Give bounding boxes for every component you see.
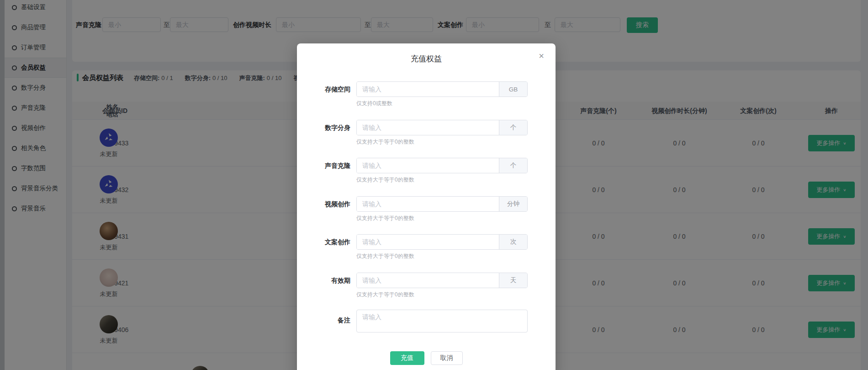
copywriting-input[interactable] [357,235,499,249]
field-label: 数字分身 [297,120,350,135]
video-creation-input[interactable] [357,197,499,211]
form-row-validity: 有效期 天 仅支持大于等于0的整数 [297,273,556,288]
field-label: 有效期 [297,273,350,288]
form-row-video-creation: 视频创作 分钟 仅支持大于等于0的整数 [297,196,556,212]
field-label: 备注 [297,312,350,328]
field-label: 文案创作 [297,234,350,250]
unit-suffix: 个 [499,120,527,135]
field-hint: 仅支持大于等于0的整数 [356,176,414,184]
field-hint: 仅支持大于等于0的整数 [356,291,414,299]
unit-suffix: 个 [499,158,527,173]
modal-title: 充值权益 [297,54,556,64]
unit-suffix: 次 [499,235,527,249]
field-hint: 仅支持大于等于0的整数 [356,252,414,260]
digital-avatar-input[interactable] [357,120,499,135]
unit-suffix: 天 [499,273,527,288]
remark-textarea[interactable] [356,310,528,332]
voice-clone-input[interactable] [357,158,499,173]
form-row-storage: 存储空间 GB 仅支持0或整数 [297,81,556,97]
field-hint: 仅支持大于等于0的整数 [356,138,414,146]
form-row-remark: 备注 [297,310,556,332]
close-icon[interactable]: × [536,51,546,61]
storage-input[interactable] [357,82,499,97]
unit-suffix: 分钟 [499,197,527,211]
page: 基础设置 商品管理 订单管理 会员权益 数字分身 声音克隆 视频创作 相关角色 … [0,0,868,370]
recharge-benefits-modal: 充值权益 × 存储空间 GB 仅支持0或整数 数字分身 个 仅支持大于等于0的整… [297,43,556,370]
form-row-digital-avatar: 数字分身 个 仅支持大于等于0的整数 [297,120,556,135]
field-hint: 仅支持大于等于0的整数 [356,214,414,222]
field-label: 声音克隆 [297,158,350,173]
recharge-confirm-button[interactable]: 充值 [390,351,424,365]
unit-suffix: GB [499,82,527,97]
validity-input[interactable] [357,273,499,288]
form-row-voice-clone: 声音克隆 个 仅支持大于等于0的整数 [297,158,556,173]
field-label: 存储空间 [297,81,350,97]
modal-footer: 充值 取消 [297,351,556,365]
field-label: 视频创作 [297,196,350,212]
form-row-copywriting: 文案创作 次 仅支持大于等于0的整数 [297,234,556,250]
field-hint: 仅支持0或整数 [356,100,392,107]
cancel-button[interactable]: 取消 [431,351,463,365]
